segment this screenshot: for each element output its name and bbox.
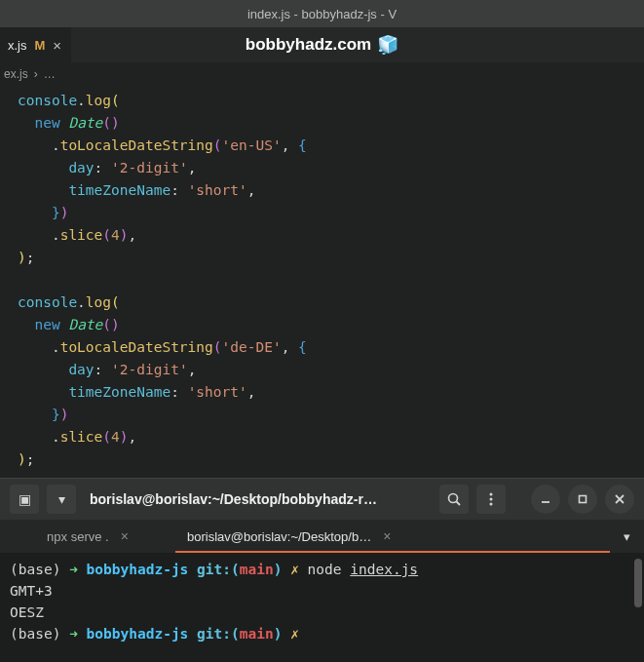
terminal-tabs: npx serve . × borislav@borislav:~/Deskto… [0,520,644,553]
chevron-right-icon: › [34,67,38,81]
editor-tab-row: x.js M × bobbyhadz.com 🧊 [0,27,644,62]
minimize-icon[interactable] [531,485,560,514]
terminal-header: ▣ ▾ borislav@borislav:~/Desktop/bobbyhad… [0,479,644,520]
menu-icon[interactable] [476,485,506,514]
terminal-body[interactable]: (base) ➜ bobbyhadz-js git:(main) ✗ node … [0,553,644,662]
new-tab-dropdown[interactable]: ▾ [610,520,644,553]
terminal-panel: ▣ ▾ borislav@borislav:~/Desktop/bobbyhad… [0,478,644,662]
terminal-output: GMT+3 [10,580,634,602]
svg-point-3 [490,498,493,501]
window-title-bar: index.js - bobbyhadz-js - V [0,0,644,27]
svg-point-0 [449,494,458,503]
terminal-tab[interactable]: npx serve . × [0,520,175,553]
terminal-line: (base) ➜ bobbyhadz-js git:(main) ✗ node … [10,559,634,580]
svg-rect-6 [580,496,587,503]
breadcrumb-more[interactable]: … [44,67,56,81]
brand-label: bobbyhadz.com 🧊 [246,34,398,56]
close-icon[interactable]: × [53,37,61,54]
terminal-output: OESZ [10,602,634,623]
scrollbar[interactable] [634,559,642,607]
new-terminal-icon[interactable]: ▣ [10,485,39,514]
breadcrumb-file[interactable]: ex.js [4,67,28,81]
search-icon[interactable] [439,485,469,514]
terminal-line: (base) ➜ bobbyhadz-js git:(main) ✗ [10,623,634,644]
close-icon[interactable]: × [383,528,391,544]
terminal-title: borislav@borislav:~/Desktop/bobbyhadz-r… [84,491,432,507]
code-editor[interactable]: console.log( new Date() .toLocaleDateStr… [0,86,644,471]
svg-line-1 [457,502,461,506]
breadcrumb[interactable]: ex.js › … [0,62,644,86]
maximize-icon[interactable] [568,485,597,514]
editor-tab[interactable]: x.js M × [0,27,71,62]
window-title: index.js - bobbyhadz-js - V [247,7,397,21]
svg-point-4 [490,503,493,506]
cube-icon: 🧊 [377,34,398,56]
chevron-down-icon[interactable]: ▾ [47,485,76,514]
terminal-tab-active[interactable]: borislav@borislav:~/Desktop/b… × [175,520,610,553]
tab-filename: x.js [8,38,27,53]
close-icon[interactable]: × [121,528,129,544]
close-icon[interactable] [605,485,634,514]
tab-modified-indicator: M [35,38,46,53]
svg-point-2 [490,493,493,496]
